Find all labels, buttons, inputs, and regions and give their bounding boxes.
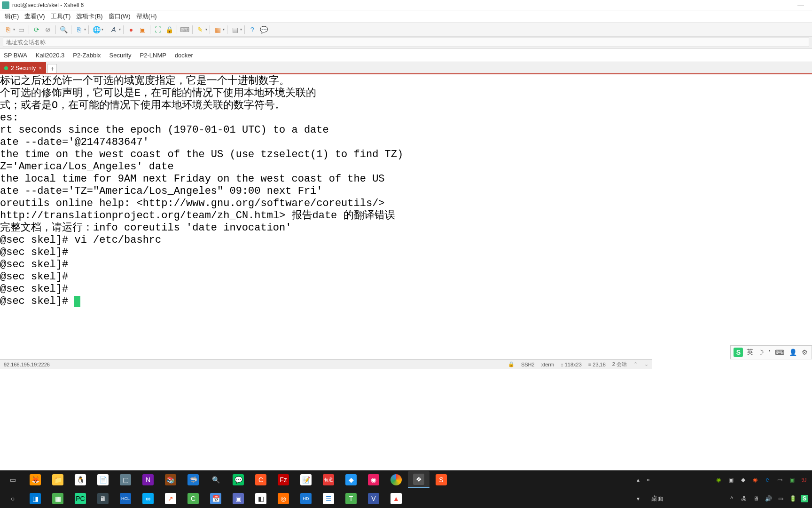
chrome-icon[interactable] [385, 471, 407, 488]
chevron-up-icon[interactable]: ^ [727, 494, 736, 503]
terminal-output[interactable]: 标记之后还允许一个可选的域宽度指定，它是一个十进制数字。个可选的修饰声明，它可以… [0, 74, 812, 357]
menu-edit[interactable]: 辑(E) [2, 11, 22, 22]
dropdown-icon[interactable]: ▾ [205, 27, 207, 32]
app-icon[interactable]: ◉ [363, 471, 384, 488]
record-icon[interactable]: ● [126, 24, 136, 35]
chat-icon[interactable]: 💬 [258, 24, 269, 35]
tab-security[interactable]: 2 Security × [0, 62, 46, 73]
dropdown-icon[interactable]: ▾ [102, 27, 103, 32]
tray-icon[interactable]: ▣ [726, 476, 735, 484]
app-icon[interactable]: ◧ [250, 490, 272, 507]
tray-icon[interactable]: ▭ [776, 494, 785, 503]
sogou-icon[interactable]: S [430, 471, 452, 488]
sogou-icon[interactable]: S [734, 348, 743, 357]
lock-icon[interactable]: 🔒 [164, 24, 174, 35]
edge-icon[interactable]: e [763, 476, 772, 484]
menu-tab[interactable]: 选项卡(B) [73, 11, 105, 22]
tray-icon[interactable]: ▭ [775, 476, 784, 484]
font-icon[interactable]: A [109, 24, 119, 35]
quicklink-lnmp[interactable]: P2-LNMP [140, 52, 166, 59]
stop-icon[interactable]: ▣ [137, 24, 148, 35]
app-icon[interactable]: ↗ [160, 490, 181, 507]
quicklink-spbwa[interactable]: SP BWA [4, 52, 27, 59]
highlight-icon[interactable]: ✎ [195, 24, 205, 35]
volume-icon[interactable]: 🔊 [764, 494, 773, 503]
minimize-button[interactable]: — [791, 0, 810, 10]
help-icon[interactable]: ? [247, 24, 258, 35]
wireshark-icon[interactable]: 🦈 [182, 471, 204, 488]
dropdown-icon[interactable]: ▾ [240, 27, 242, 32]
app-icon[interactable]: ◎ [273, 490, 294, 507]
battery-icon[interactable]: 🔋 [789, 494, 797, 503]
app-icon[interactable]: ☰ [318, 490, 339, 507]
app-icon[interactable]: ◆ [340, 471, 362, 488]
app-icon[interactable]: ∞ [137, 490, 159, 507]
task-view-icon[interactable]: ▭ [2, 471, 23, 488]
ime-language[interactable]: 英 [746, 348, 754, 357]
keyboard-icon[interactable]: ⌨ [180, 24, 190, 35]
tray-icon[interactable]: ▣ [788, 476, 796, 484]
dropdown-icon[interactable]: ▾ [84, 27, 86, 32]
close-icon[interactable]: × [39, 65, 42, 71]
quicklink-docker[interactable]: docker [175, 52, 193, 59]
keyboard-icon[interactable]: ⌨ [774, 349, 785, 356]
file-explorer-icon[interactable]: 📁 [47, 471, 69, 488]
chevron-icon[interactable]: » [647, 476, 650, 483]
vmware-icon[interactable]: ▢ [115, 471, 136, 488]
settings-icon[interactable]: ⚙ [801, 349, 809, 356]
file-icon[interactable]: 📄 [92, 471, 114, 488]
menu-tools[interactable]: 工具(T) [48, 11, 74, 22]
chevron-up-icon[interactable]: ▲ [636, 477, 640, 483]
quicklink-kali[interactable]: Kali2020.3 [36, 52, 64, 59]
hcl-icon[interactable]: HCL [115, 490, 136, 507]
search-icon[interactable]: 🔍 [205, 471, 226, 488]
taskbar-overflow[interactable]: ▲ ▼ [633, 470, 643, 508]
globe-icon[interactable]: 🌐 [91, 24, 102, 35]
new-session-icon[interactable]: ⎘ [3, 24, 13, 35]
qq-icon[interactable]: 🐧 [70, 471, 91, 488]
monitor-icon[interactable]: 🖥 [752, 494, 760, 503]
dropdown-icon[interactable]: ▾ [13, 27, 15, 32]
chevron-up-icon[interactable]: ⌃ [633, 361, 638, 367]
app-icon[interactable]: ▦ [47, 490, 69, 507]
wechat-icon[interactable]: 💬 [227, 471, 249, 488]
app-icon[interactable]: T [340, 490, 362, 507]
add-tab-button[interactable]: + [47, 64, 57, 73]
desktop-label[interactable]: 桌面 [647, 494, 668, 503]
filezilla-icon[interactable]: Fz [273, 471, 294, 488]
menu-help[interactable]: 帮助(H) [133, 11, 160, 22]
nvidia-icon[interactable]: ◉ [714, 476, 723, 484]
sogou-tray-icon[interactable]: S [801, 495, 808, 502]
reconnect-icon[interactable]: ⟳ [31, 24, 42, 35]
fullscreen-icon[interactable]: ⛶ [153, 24, 163, 35]
tray-icon[interactable]: 9J [800, 476, 808, 484]
cortana-icon[interactable]: ○ [2, 490, 23, 507]
chevron-down-icon[interactable]: ▼ [636, 496, 640, 501]
calibre-icon[interactable]: 📚 [160, 471, 181, 488]
dropdown-icon[interactable]: ▾ [119, 27, 121, 32]
app-icon[interactable]: ▣ [227, 490, 249, 507]
tray-icon[interactable]: ◉ [751, 476, 759, 484]
dropdown-icon[interactable]: ▾ [223, 27, 225, 32]
app-icon[interactable]: 🖥 [92, 490, 114, 507]
quicklink-zabbix[interactable]: P2-Zabbix [73, 52, 101, 59]
hdp-icon[interactable]: HD [295, 490, 317, 507]
youdao-icon[interactable]: 有道 [318, 471, 339, 488]
firefox-icon[interactable]: 🦊 [24, 471, 46, 488]
app-icon[interactable]: ◨ [24, 490, 46, 507]
new-tab-icon[interactable]: ▦ [212, 24, 223, 35]
open-icon[interactable]: ▭ [16, 24, 26, 35]
camtasia-icon[interactable]: C [182, 490, 204, 507]
network-icon[interactable]: 🖧 [740, 494, 748, 503]
notepad-icon[interactable]: 📝 [295, 471, 317, 488]
person-icon[interactable]: 👤 [788, 349, 798, 356]
menu-view[interactable]: 查看(V) [22, 11, 47, 22]
copy-icon[interactable]: ⎘ [74, 24, 84, 35]
visio-icon[interactable]: V [363, 490, 384, 507]
comma-icon[interactable]: ' [768, 349, 771, 356]
onenote-icon[interactable]: N [137, 471, 159, 488]
moon-icon[interactable]: ☽ [757, 349, 765, 356]
address-input[interactable] [3, 38, 809, 47]
layout-icon[interactable]: ▤ [230, 24, 240, 35]
disconnect-icon[interactable]: ⊘ [43, 24, 53, 35]
